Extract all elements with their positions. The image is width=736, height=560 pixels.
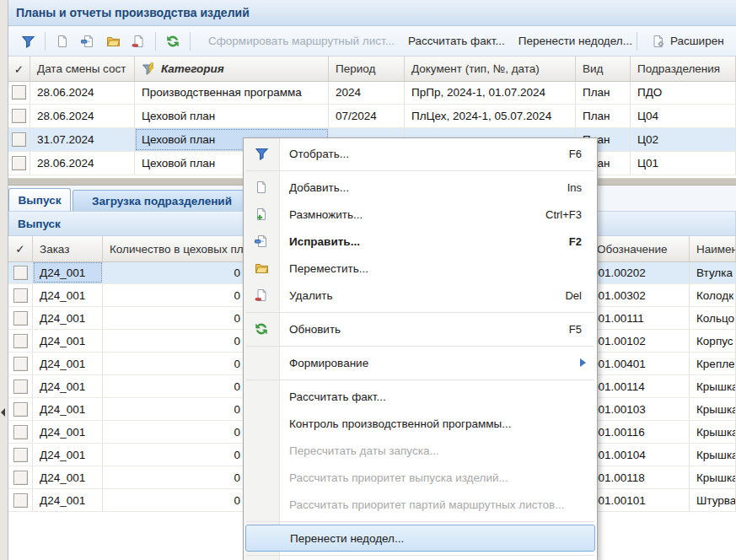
plans-col-date-header[interactable]: Дата смены сост — [30, 57, 135, 81]
menu-item[interactable]: Формирование — [244, 349, 597, 376]
toolbar-filter-button[interactable] — [15, 30, 40, 52]
menu-shortcut: F5 — [569, 323, 582, 336]
row-select-cell[interactable] — [8, 261, 33, 283]
toolbar-button[interactable]: Рассчитать факт... — [408, 35, 505, 47]
row-select-cell[interactable] — [8, 353, 33, 374]
plans-col-kind-header[interactable]: Вид — [576, 57, 631, 81]
menu-item[interactable]: Переместить... — [244, 255, 597, 282]
menu-item-label: Размножить... — [289, 208, 363, 221]
tab-zagruzka-podrazdelenij[interactable]: Загрузка подразделений — [73, 190, 251, 211]
toolbar-refresh-button[interactable] — [160, 30, 185, 52]
row-checkbox[interactable] — [13, 493, 28, 508]
menu-item[interactable]: Перенести недодел... — [245, 525, 595, 552]
row-checkbox[interactable] — [13, 334, 28, 348]
menu-item[interactable]: ОбновитьF5 — [244, 315, 597, 342]
menu-item-label: Добавить... — [289, 181, 349, 194]
row-checkbox[interactable] — [12, 85, 26, 100]
row-checkbox[interactable] — [13, 288, 28, 303]
plans-select-all-header[interactable]: ✓ — [8, 57, 30, 81]
toolbar-extended-button[interactable]: Расширен — [652, 35, 724, 48]
row-select-cell[interactable] — [8, 128, 30, 151]
plans-col-category-header[interactable]: Категория — [135, 57, 329, 81]
menu-item[interactable]: Контроль производственной программы... — [244, 410, 597, 437]
doc-delete-icon — [255, 288, 268, 302]
cell-code: 001.00116 — [590, 421, 690, 443]
menu-item[interactable]: Размножить...Ctrl+F3 — [244, 201, 597, 228]
cell-date: 28.06.2024 — [30, 105, 135, 127]
plans-table-row[interactable]: 28.06.2024Производственная программа2024… — [8, 81, 736, 105]
row-checkbox[interactable] — [13, 402, 28, 417]
menu-item[interactable]: Добавить...Ins — [244, 174, 597, 201]
row-select-cell[interactable] — [8, 398, 33, 420]
toolbar-doc-delete-button[interactable] — [126, 30, 151, 52]
row-checkbox[interactable] — [13, 357, 28, 371]
row-select-cell[interactable] — [8, 444, 33, 466]
row-checkbox[interactable] — [13, 266, 28, 280]
output-col-code-header[interactable]: Обозначение — [590, 236, 690, 261]
row-select-cell[interactable] — [8, 466, 33, 488]
cell-division: ПДО — [631, 81, 736, 104]
cell-name: Крышка — [690, 398, 736, 420]
menu-item[interactable]: УдалитьDel — [244, 282, 597, 309]
row-select-cell[interactable] — [8, 81, 30, 104]
row-checkbox[interactable] — [12, 156, 26, 170]
menu-item-label: Обновить — [289, 323, 341, 336]
collapse-left-arrow-icon[interactable] — [1, 408, 5, 417]
row-checkbox[interactable] — [12, 132, 26, 147]
cell-name: Кольцо — [690, 307, 736, 329]
output-col-qty-header[interactable]: Количество в цеховых пл — [103, 236, 246, 261]
toolbar-button[interactable]: Перенести недодел... — [518, 35, 632, 47]
cell-order: Д24_001 — [33, 353, 103, 374]
row-select-cell[interactable] — [8, 105, 30, 127]
cell-order: Д24_001 — [33, 330, 103, 352]
cell-code: 001.00111 — [590, 307, 690, 329]
menu-separator — [244, 309, 597, 315]
cell-qty: 0 — [103, 307, 246, 329]
cell-qty: 0 — [103, 466, 246, 488]
cell-order: Д24_001 — [33, 307, 103, 329]
row-checkbox[interactable] — [13, 425, 28, 439]
cell-code: 001.00114 — [590, 375, 690, 397]
menu-item[interactable]: Рассчитать факт... — [244, 383, 597, 410]
plans-col-document-header[interactable]: Документ (тип, №, дата) — [405, 57, 576, 81]
menu-item[interactable]: Отобрать...F6 — [244, 140, 597, 167]
row-select-cell[interactable] — [8, 307, 33, 329]
row-checkbox[interactable] — [13, 471, 28, 485]
cell-date: 31.07.2024 — [30, 128, 135, 151]
toolbar-doc-new-button[interactable] — [50, 30, 75, 52]
row-checkbox[interactable] — [13, 380, 28, 394]
menu-item-label: Контроль производственной программы... — [289, 417, 512, 430]
menu-icon-box — [244, 288, 279, 302]
plans-table-header: ✓ Дата смены сост Категория Период Докум… — [8, 57, 736, 82]
doc-new-icon — [255, 180, 268, 194]
row-select-cell[interactable] — [8, 152, 30, 175]
output-select-all-header[interactable]: ✓ — [8, 236, 33, 261]
row-select-cell[interactable] — [8, 421, 33, 443]
menu-item: Пересчитать даты запуска... — [244, 437, 597, 464]
menu-item-label: Пересчитать даты запуска... — [289, 444, 439, 457]
row-select-cell[interactable] — [8, 330, 33, 352]
collapse-splitter[interactable] — [0, 0, 8, 560]
plans-col-period-header[interactable]: Период — [329, 57, 405, 81]
row-checkbox[interactable] — [13, 311, 28, 326]
output-col-name-header[interactable]: Наимен — [690, 236, 736, 261]
cell-division: Ц02 — [631, 128, 736, 151]
menu-item-label: Переместить... — [289, 262, 368, 275]
cell-name: Штурва — [690, 489, 736, 511]
row-select-cell[interactable] — [8, 375, 33, 397]
tab-vypusk[interactable]: Выпуск — [8, 188, 71, 211]
row-select-cell[interactable] — [8, 284, 33, 306]
toolbar-folder-open-button[interactable] — [100, 30, 126, 52]
refresh-icon — [166, 35, 180, 48]
row-checkbox[interactable] — [13, 448, 28, 462]
menu-item[interactable]: Исправить...F2 — [244, 228, 597, 255]
menu-shortcut: Ins — [567, 181, 582, 194]
plans-col-division-header[interactable]: Подразделения — [631, 57, 736, 81]
row-select-cell[interactable] — [8, 489, 33, 511]
plans-table-row[interactable]: 28.06.2024Цеховой план07/2024ПлЦех, 2024… — [8, 105, 736, 128]
row-checkbox[interactable] — [12, 109, 26, 123]
toolbar-doc-edit-button[interactable] — [75, 30, 100, 52]
page-title: Планы и отчеты производства изделий — [16, 6, 250, 19]
cell-qty: 0 — [103, 284, 246, 306]
output-col-order-header[interactable]: Заказ — [33, 236, 103, 261]
